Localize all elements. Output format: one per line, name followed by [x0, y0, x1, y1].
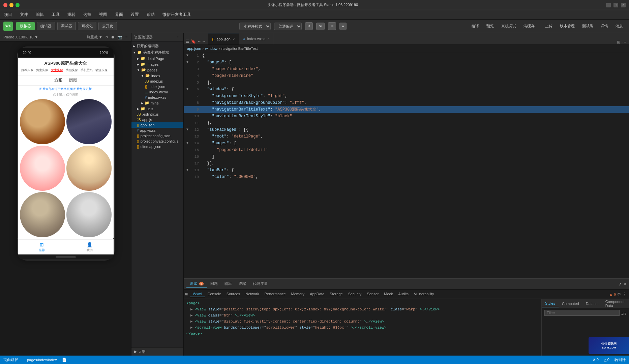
detail-label[interactable]: 详情 [598, 23, 611, 30]
devtools-tab-output[interactable]: 输出 [221, 280, 235, 288]
nav-male[interactable]: 男生头像 [36, 68, 48, 72]
menu-project[interactable]: 项目 [3, 11, 13, 18]
inner-tab-network[interactable]: Network [243, 291, 262, 297]
nav-recommend[interactable]: 推荐头像 [21, 68, 33, 72]
refresh-button[interactable]: ↺ [305, 22, 313, 30]
editor-button[interactable]: 编辑器 [37, 22, 55, 30]
file-projectprivate[interactable]: {} project.private.config.js... [131, 139, 183, 144]
devtools-inner-icon[interactable]: ⊞ [185, 292, 188, 296]
devtools-more-icon[interactable]: ⋮ [622, 292, 626, 297]
real-test-label[interactable]: 真机调试 [499, 23, 519, 30]
editor-tab-appjson[interactable]: {} app.json × [208, 33, 239, 44]
close-icon[interactable]: × [621, 3, 626, 7]
file-appjson[interactable]: {} app.json [131, 122, 183, 128]
record-icon[interactable]: ⏺ [111, 35, 115, 39]
devtools-tab-terminal[interactable]: 终端 [235, 280, 249, 288]
file-panel-more[interactable]: ⋯ [177, 35, 181, 39]
nav-forward-icon[interactable]: → [202, 39, 206, 44]
more-icon[interactable]: ⋯ [125, 35, 128, 39]
minimize-icon[interactable]: ─ [606, 3, 611, 7]
clear-label[interactable]: 清缓存 [521, 23, 537, 30]
file-folder-utils[interactable]: ▶ 📁 utils [131, 106, 183, 112]
test-label[interactable]: 测试号 [579, 23, 596, 30]
goto-line-btn[interactable]: 转到行 [615, 357, 626, 362]
outline-toggle-icon[interactable]: ☰ [186, 39, 189, 44]
inner-tab-storage[interactable]: Storage [327, 291, 346, 297]
warning-count[interactable]: △ 0 [604, 358, 609, 362]
upload-label[interactable]: 上传 [542, 23, 555, 30]
devtools-tab-quality[interactable]: 代码质量 [249, 280, 271, 288]
inner-tab-console[interactable]: Console [205, 291, 224, 297]
tab-circle[interactable]: 圆图 [69, 78, 77, 83]
nav-female[interactable]: 女生头像 [51, 68, 63, 72]
more-editor-icon[interactable]: ⋯ [622, 40, 626, 44]
styles-tab-styles[interactable]: Styles [542, 300, 559, 307]
simulator-button[interactable]: 模拟器 [16, 22, 35, 30]
rotate-icon[interactable]: ↻ [105, 35, 108, 39]
phone-tab-recommend[interactable]: ⊞ 推荐 [18, 240, 66, 254]
file-appwxss[interactable]: # app.wxss [131, 128, 183, 133]
fold-18[interactable]: ▼ [186, 167, 190, 174]
tab-indexwxss-close[interactable]: × [267, 37, 269, 41]
menu-interface[interactable]: 界面 [114, 11, 124, 18]
file-folder-pages[interactable]: ▼ 📂 pages [131, 67, 183, 73]
breadcrumb-item-0[interactable]: app.json [187, 47, 201, 51]
file-index-wxml[interactable]: ☰ index.wxml [131, 89, 183, 95]
error-count[interactable]: ⊗ 0 [593, 358, 599, 362]
styles-tab-computed[interactable]: Computed [559, 300, 582, 307]
cloud-button[interactable]: 云开发 [98, 22, 117, 30]
menu-file[interactable]: 文件 [19, 11, 29, 18]
devtools-collapse-icon[interactable]: ∧ [619, 282, 622, 286]
file-section-project[interactable]: ▼ 📁 头像小程序前端 [131, 49, 183, 56]
menu-select[interactable]: 选择 [82, 11, 93, 18]
win-close-btn[interactable] [3, 3, 7, 7]
file-folder-mine[interactable]: ▶ 📁 mine [131, 100, 183, 106]
styles-filter-input[interactable] [544, 310, 620, 316]
page-path-value[interactable]: pages/index/index [27, 358, 57, 362]
nav-anime[interactable]: 动漫头像 [95, 68, 108, 72]
inner-tab-memory[interactable]: Memory [289, 291, 307, 297]
settings2-button[interactable]: ⚙ [328, 22, 336, 30]
fold-12[interactable]: ▼ [186, 126, 190, 133]
notify-label[interactable]: 消息 [613, 23, 626, 30]
win-max-btn[interactable] [16, 3, 20, 7]
inner-tab-sources[interactable]: Sources [224, 291, 243, 297]
debugger-button[interactable]: 调试器 [57, 22, 76, 30]
menu-view[interactable]: 视图 [98, 11, 109, 18]
phone-tab-mine[interactable]: 👤 我的 [66, 240, 114, 254]
restore-icon[interactable]: □ [613, 3, 618, 7]
file-index-js[interactable]: JS index.js [131, 79, 183, 84]
styles-tab-component[interactable]: Component Data [602, 299, 629, 309]
breadcrumb-item-1[interactable]: window [205, 47, 217, 51]
inner-tab-appdata[interactable]: AppData [307, 291, 327, 297]
inner-tab-security[interactable]: Security [346, 291, 364, 297]
editor-content[interactable]: ▼ 1 { ▼ 2 "pages": [ 3 "pages/index/inde… [184, 52, 629, 278]
file-section-open-editors[interactable]: ▶ 打开的编辑器 [131, 43, 183, 49]
file-index-wxss[interactable]: # index.wxss [131, 95, 183, 100]
device-info[interactable]: iPhone X 100% 16 ▼ [3, 35, 38, 39]
inner-tab-wxml[interactable]: Wxml [190, 291, 205, 297]
devtools-tab-debug[interactable]: 调试 6 [186, 280, 207, 288]
tab-square[interactable]: 方图 [54, 78, 62, 83]
screenshot-icon[interactable]: 📷 [117, 35, 122, 39]
hot-reload-btn[interactable]: 热重截 ▼ [87, 35, 102, 40]
dom-line-view-2[interactable]: ▶ <view class="btn" >…</view> [186, 312, 539, 318]
inner-tab-performance[interactable]: Performance [262, 291, 289, 297]
dom-line-scrollview[interactable]: ▶ <scroll-view bindscrolltolower="scroll… [186, 325, 539, 331]
dom-line-view-3[interactable]: ▶ <view style="display: flex;justify-con… [186, 318, 539, 325]
fold-2[interactable]: ▼ [186, 59, 190, 66]
cache-button[interactable]: ≡ [339, 23, 346, 30]
file-appjs[interactable]: JS app.js [131, 117, 183, 122]
dom-line-view-1[interactable]: ▶ <view style="position: sticky;top: 0px… [186, 306, 539, 312]
version-label[interactable]: 版本管理 [557, 23, 577, 30]
menu-settings[interactable]: 设置 [129, 11, 140, 18]
compile-label[interactable]: 编译 [469, 23, 482, 30]
menu-edit[interactable]: 编辑 [34, 11, 45, 18]
inner-tab-vulnerability[interactable]: Vulnerability [411, 291, 437, 297]
fold-1[interactable]: ▼ [186, 52, 190, 59]
preview-label[interactable]: 预览 [484, 23, 497, 30]
file-folder-index[interactable]: ▼ 📂 index [131, 73, 183, 79]
inner-tab-mock[interactable]: Mock [381, 291, 395, 297]
win-min-btn[interactable] [9, 3, 13, 7]
file-folder-detailpage[interactable]: ▶ 📁 detailPage [131, 56, 183, 61]
